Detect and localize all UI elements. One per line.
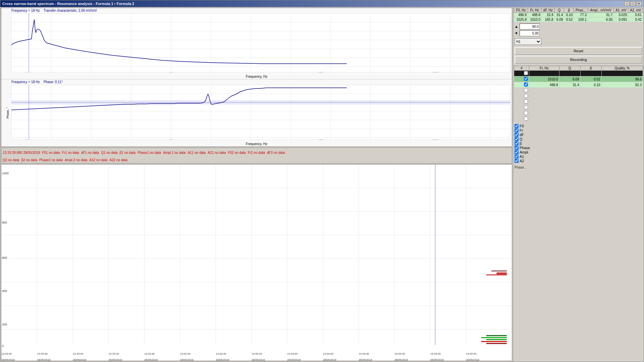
- transfer-label: Transfer characteristic: 2.00 mV/mV: [44, 9, 97, 12]
- res-beta-2: 0.10: [580, 82, 601, 88]
- status-a11: A11 no data: [187, 151, 206, 155]
- resonance-row-header: [514, 71, 643, 76]
- checkbox-row-f0: F0: [515, 124, 642, 128]
- time-series-svg: 1000 800 600 400 200 0: [1, 165, 512, 361]
- checkbox-a2[interactable]: [515, 159, 519, 163]
- checkbox-fr[interactable]: [515, 128, 519, 132]
- cell-df-1: 15.9: [541, 13, 554, 17]
- checkbox-label-beta: β: [520, 141, 522, 145]
- cell-fr-2: 1010.0: [528, 17, 541, 22]
- svg-text:1: 1: [25, 71, 27, 72]
- checkbox-row-a1: A1: [515, 155, 642, 159]
- col-a2: A2, mV: [628, 8, 643, 13]
- svg-text:28/05/2018: 28/05/2018: [216, 358, 229, 361]
- status-ampl1: Ampl.1 no data: [163, 151, 185, 155]
- cell-q-2: 6.09: [554, 17, 564, 22]
- svg-text:28/05/2018: 28/05/2018: [37, 358, 51, 361]
- recording-button[interactable]: Recording: [515, 56, 642, 64]
- checkbox-resonance-7[interactable]: [524, 111, 528, 115]
- checkbox-resonance-1[interactable]: [524, 77, 528, 81]
- freq-label-bottom: Frequency = 18 Hz: [11, 80, 40, 84]
- phase-chart-canvas[interactable]: 150 100 50 0 1 10 100 1000: [11, 85, 510, 140]
- rcol-hash: #: [514, 66, 529, 71]
- svg-text:100: 100: [318, 139, 323, 140]
- svg-text:13:33:40: 13:33:40: [1, 352, 12, 355]
- svg-text:1: 1: [25, 139, 27, 140]
- close-button[interactable]: ✕: [636, 1, 642, 6]
- checkbox-f0[interactable]: [515, 124, 519, 128]
- svg-text:10: 10: [169, 139, 173, 140]
- status-ampl2: Ampl.2 no data: [65, 158, 87, 162]
- top-chart-label: Frequency = 18 Hz Transfer characteristi…: [11, 9, 97, 12]
- checkbox-ampl[interactable]: [515, 150, 519, 154]
- time-series-area[interactable]: 1000 800 600 400 200 0: [1, 164, 512, 361]
- resonance-table: # Fr, Hz Q β Quality, %: [514, 66, 643, 122]
- minimize-button[interactable]: ─: [624, 1, 630, 6]
- bandwidth-value-input[interactable]: [520, 30, 540, 36]
- svg-text:28/05/2018: 28/05/2018: [323, 358, 337, 361]
- status-b1: β1 no data: [120, 151, 136, 155]
- checkbox-a1[interactable]: [515, 155, 519, 159]
- checkbox-resonance-5[interactable]: [524, 100, 528, 104]
- cell-q-1: 31.4: [554, 13, 564, 17]
- checkbox-resonance-8[interactable]: [524, 117, 528, 121]
- resonance-row-3: [514, 88, 643, 94]
- checkbox-phase[interactable]: [515, 146, 519, 150]
- transfer-chart: Frequency = 18 Hz Transfer characteristi…: [1, 8, 512, 79]
- checkbox-df[interactable]: [515, 133, 519, 137]
- checkbox-label-ampl: Ampl.: [520, 150, 529, 154]
- transfer-chart-canvas[interactable]: 10 1 0.1 0.01 1 10 100 1000: [11, 13, 510, 72]
- x-axis-bottom: Frequency, Hz: [246, 142, 267, 146]
- status-f01: F01 no data: [42, 151, 60, 155]
- checkbox-resonance-4[interactable]: [524, 94, 528, 98]
- svg-text:13:33:40: 13:33:40: [73, 352, 84, 355]
- data-table-section: F0, Hz Fr, Hz dF, Hz Q β Phas... Ampl., …: [513, 7, 644, 23]
- resonance-row-6: [514, 105, 643, 111]
- col-a1: A1, mV: [614, 8, 628, 13]
- window-controls: ─ □ ✕: [624, 1, 642, 6]
- svg-text:13:33:40: 13:33:40: [287, 352, 298, 355]
- reset-button[interactable]: Reset: [515, 47, 642, 55]
- transfer-function-select[interactable]: H1 H2: [515, 38, 541, 45]
- svg-rect-89: [486, 335, 507, 336]
- status-df1: dF1 no data: [81, 151, 99, 155]
- phase-value-input[interactable]: [520, 23, 540, 29]
- svg-rect-86: [496, 273, 506, 275]
- checkbox-q[interactable]: [515, 137, 519, 141]
- rcol-fr: Fr, Hz: [529, 66, 559, 71]
- maximize-button[interactable]: □: [630, 1, 636, 6]
- checkbox-label-a1: A1: [520, 155, 524, 159]
- svg-text:1000: 1000: [432, 71, 439, 72]
- svg-rect-87: [486, 275, 507, 276]
- svg-text:600: 600: [2, 256, 7, 259]
- checkbox-resonance-6[interactable]: [524, 105, 528, 109]
- svg-text:28/05/2018: 28/05/2018: [144, 358, 158, 361]
- resonance-row-8: [514, 116, 643, 122]
- svg-text:28/05/2018: 28/05/2018: [287, 358, 301, 361]
- right-panel: F0, Hz Fr, Hz dF, Hz Q β Phas... Ampl., …: [513, 7, 644, 362]
- checkbox-label-q: Q: [520, 137, 523, 141]
- checkbox-row-phase: Phase: [515, 146, 642, 150]
- checkbox-resonance-3[interactable]: [524, 88, 528, 92]
- checkbox-resonance-2[interactable]: [524, 82, 528, 86]
- charts-area: Frequency = 18 Hz Transfer characteristi…: [1, 8, 512, 147]
- col-beta: β: [564, 8, 574, 13]
- svg-text:800: 800: [2, 221, 7, 224]
- col-phase: Phas...: [574, 8, 588, 13]
- svg-text:28/05/2018: 28/05/2018: [430, 358, 444, 361]
- checkbox-row-header[interactable]: [524, 71, 528, 75]
- main-content: Frequency = 18 Hz Transfer characteristi…: [0, 7, 644, 362]
- svg-rect-93: [486, 343, 507, 344]
- cell-f0-1: 498.9: [514, 13, 528, 17]
- status-a21: A21 no data: [208, 151, 226, 155]
- res-q-1: 6.09: [559, 76, 580, 82]
- x-axis-top: Frequency, Hz: [246, 75, 267, 78]
- main-window: Cross narrow-band spectrum - Resonance a…: [0, 0, 644, 362]
- svg-text:28/05/2018: 28/05/2018: [109, 358, 122, 361]
- svg-text:13:33:40: 13:33:40: [466, 352, 477, 355]
- cell-a1-2: 0.091: [614, 17, 628, 22]
- col-df: dF, Hz: [541, 8, 554, 13]
- checkbox-beta[interactable]: [515, 141, 519, 145]
- status-bar: 13:33:39.880 28/05/2018 F01 no data Fr1 …: [1, 147, 512, 158]
- value-row-1: ▲: [515, 23, 642, 29]
